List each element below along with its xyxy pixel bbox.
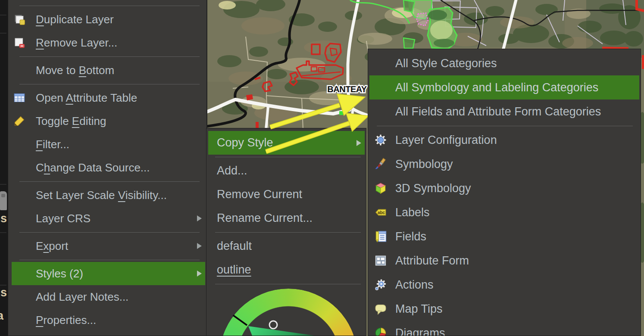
layer-name-fragment: s — [0, 286, 7, 299]
menu-item-style-outline[interactable]: outline — [208, 258, 365, 282]
menu-item-move-to-bottom[interactable]: Move to Bottom — [12, 59, 205, 82]
menu-item-label: Filter... — [36, 138, 69, 151]
no-icon — [13, 138, 25, 150]
menu-item-set-layer-scale-visibility[interactable]: Set Layer Scale Visibility... — [12, 184, 205, 207]
menu-separator — [8, 258, 206, 262]
menu-item-styles[interactable]: Styles (2) — [12, 262, 205, 285]
labels-icon: abc — [374, 206, 387, 219]
menu-separator — [8, 54, 206, 59]
no-icon — [374, 81, 387, 94]
no-icon — [374, 57, 387, 70]
layer-context-menu: Duplicate LayerRemove Layer...Move to Bo… — [8, 0, 207, 336]
menu-separator — [8, 82, 206, 86]
menu-item-label: Rename Current... — [217, 212, 313, 225]
menu-item-label: Add... — [217, 164, 247, 177]
menu-item-filter[interactable]: Filter... — [12, 133, 205, 156]
no-icon — [13, 212, 25, 224]
3d-symbology-icon — [374, 182, 387, 195]
remove-layer-icon — [13, 37, 25, 49]
fields-icon — [374, 230, 387, 243]
menu-item-label: Map Tips — [395, 302, 443, 316]
menu-item-symbology[interactable]: Symbology — [369, 152, 639, 176]
submenu-arrow-icon — [197, 215, 202, 221]
menu-item-label: All Fields and Attribute Form Categories — [395, 105, 601, 118]
svg-text:abc: abc — [378, 210, 385, 215]
menu-item-label: Labels — [395, 206, 430, 219]
symbology-icon — [374, 158, 387, 171]
menu-item-label: Remove Current — [217, 188, 302, 201]
menu-item-diagrams[interactable]: Diagrams — [369, 321, 639, 336]
menu-item-all-fields-and-attribute-form-categories[interactable]: All Fields and Attribute Form Categories — [369, 100, 639, 124]
no-icon — [13, 291, 25, 303]
menu-item-map-tips[interactable]: Map Tips — [369, 297, 639, 321]
duplicate-layer-icon — [13, 13, 25, 25]
menu-item-duplicate-layer[interactable]: Duplicate Layer — [12, 8, 205, 31]
menu-item-label: Duplicate Layer — [36, 13, 114, 26]
menu-item-properties[interactable]: Properties... — [12, 308, 205, 332]
styles-submenu: Copy StyleAdd...Remove CurrentRename Cur… — [206, 128, 366, 336]
hue-marker-tick — [233, 315, 247, 325]
style-categories-submenu: All Style CategoriesAll Symbology and La… — [368, 49, 641, 336]
menu-item-open-attribute-table[interactable]: Open Attribute Table — [12, 86, 205, 109]
menu-item-label: Actions — [395, 278, 434, 292]
menu-item-fields[interactable]: Fields — [369, 224, 639, 249]
menu-item-rename-current[interactable]: Rename Current... — [208, 206, 365, 230]
menu-item-all-style-categories[interactable]: All Style Categories — [369, 51, 639, 75]
menu-item-copy-style[interactable]: Copy Style — [208, 131, 365, 155]
menu-item-label: Copy Style — [217, 136, 273, 149]
menu-item-all-symbology-and-labeling-categories[interactable]: All Symbology and Labeling Categories — [369, 75, 639, 100]
menu-item-label: Layer CRS — [36, 212, 91, 225]
no-icon — [13, 64, 25, 76]
menu-separator — [8, 230, 206, 234]
menu-item-style-default[interactable]: default — [208, 234, 365, 258]
menu-item-label: Move to Bottom — [36, 64, 114, 77]
no-icon — [13, 189, 25, 201]
menu-item-remove-layer[interactable]: Remove Layer... — [12, 31, 205, 54]
menu-item-toggle-editing[interactable]: Toggle Editing — [12, 109, 205, 133]
menu-item-label: Styles (2) — [36, 267, 83, 280]
menu-item-label: All Symbology and Labeling Categories — [395, 81, 598, 94]
menu-item-label: default — [217, 240, 252, 253]
attribute-table-icon — [13, 92, 25, 104]
map-place-label: BANTEAY — [327, 84, 367, 94]
no-icon — [13, 314, 25, 326]
menu-item-3d-symbology[interactable]: 3D Symbology — [369, 176, 639, 200]
menu-item-label: Symbology — [395, 158, 453, 171]
menu-item-label: Attribute Form — [395, 254, 469, 268]
menu-item-label: Remove Layer... — [36, 36, 117, 50]
no-icon — [13, 268, 25, 280]
menu-item-layer-crs[interactable]: Layer CRS — [12, 207, 205, 230]
menu-item-label: Properties... — [36, 314, 96, 327]
map-tips-icon — [374, 302, 387, 315]
submenu-arrow-icon — [197, 243, 202, 249]
menu-item-actions[interactable]: Actions — [369, 273, 639, 297]
menu-item-add-style[interactable]: Add... — [208, 159, 365, 183]
menu-item-layer-configuration[interactable]: Layer Configuration — [369, 128, 639, 152]
menu-separator — [8, 179, 206, 184]
layer-icon-fragment — [0, 191, 7, 210]
menu-item-attribute-form[interactable]: Attribute Form — [369, 249, 639, 273]
attribute-form-icon — [374, 254, 387, 267]
menu-separator — [8, 3, 206, 8]
layer-name-fragment: a 2 — [0, 309, 8, 323]
submenu-arrow-icon — [356, 140, 361, 146]
menu-item-remove-current[interactable]: Remove Current — [208, 183, 365, 206]
menu-item-label: 3D Symbology — [395, 182, 471, 195]
menu-item-label: outline — [217, 263, 251, 277]
menu-item-add-layer-notes[interactable]: Add Layer Notes... — [12, 285, 205, 308]
submenu-arrow-icon — [197, 271, 202, 277]
menu-separator — [368, 124, 641, 128]
menu-item-label: All Style Categories — [395, 57, 497, 70]
layer-configuration-icon — [374, 134, 387, 146]
menu-item-label: Diagrams — [395, 327, 445, 336]
menu-item-label: Set Layer Scale Visibility... — [36, 189, 167, 202]
menu-item-export[interactable]: Export — [12, 234, 205, 258]
menu-item-label: Change Data Source... — [36, 161, 150, 174]
menu-item-label: Fields — [395, 230, 426, 243]
layer-name-fragment: s — [0, 212, 7, 225]
diagrams-icon — [374, 327, 387, 336]
no-icon — [13, 162, 25, 174]
menu-item-labels[interactable]: abcLabels — [369, 200, 639, 224]
menu-item-label: Open Attribute Table — [36, 91, 137, 105]
menu-item-change-data-source[interactable]: Change Data Source... — [12, 156, 205, 179]
